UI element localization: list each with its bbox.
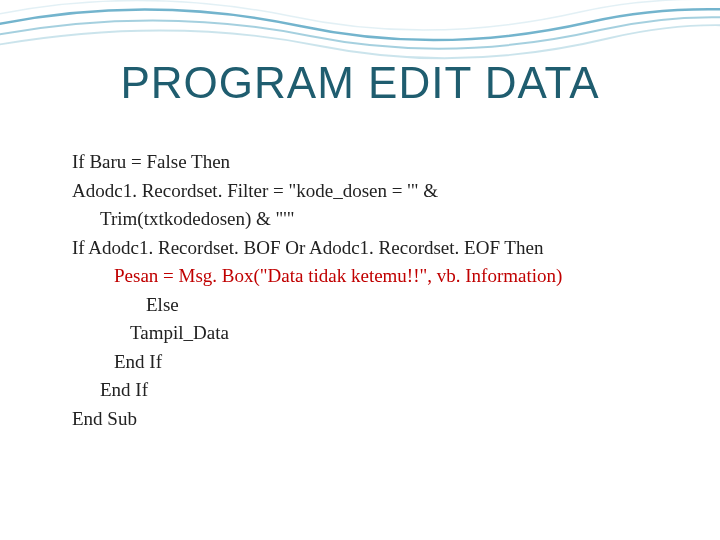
code-line: Else (72, 291, 672, 320)
code-line: End If (72, 376, 672, 405)
code-line: If Adodc1. Recordset. BOF Or Adodc1. Rec… (72, 234, 672, 263)
code-line: Tampil_Data (72, 319, 672, 348)
code-line-highlight: Pesan = Msg. Box("Data tidak ketemu!!", … (72, 262, 672, 291)
code-block: If Baru = False Then Adodc1. Recordset. … (72, 148, 672, 433)
slide-title: PROGRAM EDIT DATA (0, 58, 720, 108)
code-line: End If (72, 348, 672, 377)
slide-content: PROGRAM EDIT DATA If Baru = False Then A… (0, 0, 720, 540)
code-line: End Sub (72, 405, 672, 434)
code-line: Trim(txtkodedosen) & "'" (72, 205, 672, 234)
code-line: Adodc1. Recordset. Filter = "kode_dosen … (72, 177, 672, 206)
code-line: If Baru = False Then (72, 148, 672, 177)
